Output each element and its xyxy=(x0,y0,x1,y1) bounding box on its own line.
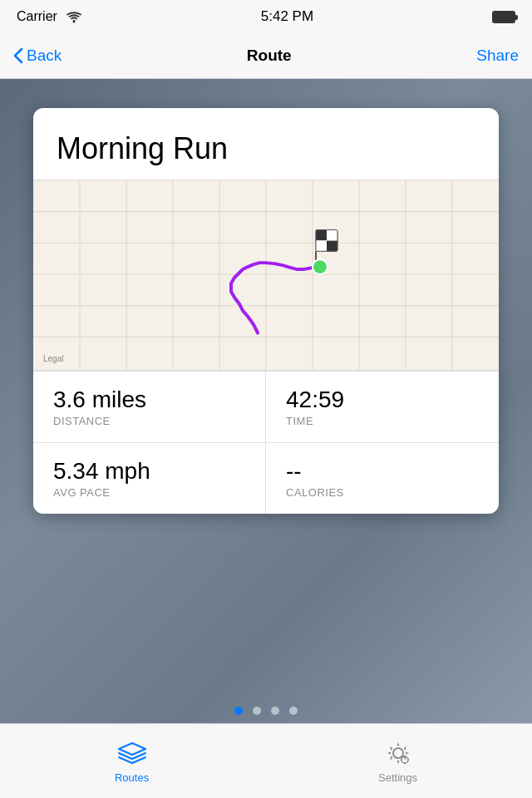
dot-2 xyxy=(253,707,261,715)
stats-grid: 3.6 miles DISTANCE 42:59 TIME 5.34 mph A… xyxy=(33,371,499,514)
dot-3 xyxy=(271,707,279,715)
stat-calories: -- CALORIES xyxy=(266,442,499,514)
status-bar: Carrier 5:42 PM xyxy=(0,0,532,33)
svg-rect-19 xyxy=(316,240,327,251)
routes-icon xyxy=(116,738,149,768)
status-left: Carrier xyxy=(17,9,82,24)
tab-bar: Routes Se xyxy=(0,723,532,798)
stat-calories-label: CALORIES xyxy=(286,486,479,499)
svg-point-23 xyxy=(393,748,403,758)
stat-distance: 3.6 miles DISTANCE xyxy=(33,371,266,442)
stat-pace-value: 5.34 mph xyxy=(53,458,245,485)
nav-bar: Back Route Share xyxy=(0,33,532,79)
settings-tab-label: Settings xyxy=(378,771,417,784)
back-label: Back xyxy=(27,47,62,65)
route-card: Morning Run xyxy=(33,108,499,514)
nav-title: Route xyxy=(247,47,292,65)
back-button[interactable]: Back xyxy=(13,47,62,65)
battery-container xyxy=(492,11,515,23)
stat-time: 42:59 TIME xyxy=(266,371,499,442)
share-button[interactable]: Share xyxy=(476,47,519,65)
run-title: Morning Run xyxy=(57,131,228,165)
dot-1 xyxy=(234,707,243,715)
tab-settings[interactable]: Settings xyxy=(378,738,417,784)
stat-distance-value: 3.6 miles xyxy=(53,387,245,413)
routes-tab-label: Routes xyxy=(115,771,149,784)
svg-point-0 xyxy=(72,20,75,22)
tab-routes[interactable]: Routes xyxy=(115,738,149,784)
wifi-icon xyxy=(66,11,82,23)
stat-time-value: 42:59 xyxy=(286,387,479,413)
stat-time-label: TIME xyxy=(286,415,479,427)
map-area: Legal xyxy=(33,180,499,371)
battery-icon xyxy=(492,11,515,23)
status-time: 5:42 PM xyxy=(261,8,313,25)
settings-icon xyxy=(382,738,415,768)
legal-text: Legal xyxy=(43,354,63,363)
stat-pace-label: AVG PACE xyxy=(53,486,245,499)
stat-calories-value: -- xyxy=(286,458,479,485)
svg-rect-17 xyxy=(327,240,337,251)
stat-pace: 5.34 mph AVG PACE xyxy=(33,442,266,514)
svg-rect-16 xyxy=(316,229,327,240)
carrier-label: Carrier xyxy=(17,9,57,24)
map-grid-svg xyxy=(33,180,499,370)
dot-4 xyxy=(289,707,298,715)
svg-rect-18 xyxy=(327,229,337,240)
page-indicator xyxy=(0,707,532,715)
stat-distance-label: DISTANCE xyxy=(53,415,245,427)
chevron-left-icon xyxy=(13,47,23,64)
svg-point-22 xyxy=(313,259,328,274)
card-header: Morning Run xyxy=(33,108,499,180)
